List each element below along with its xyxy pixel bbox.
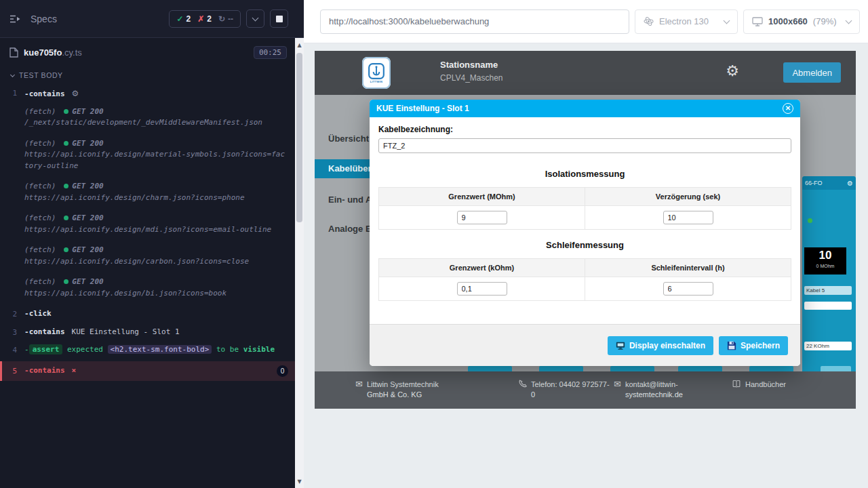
specs-label[interactable]: Specs xyxy=(31,14,57,24)
viewport-zoom: (79%) xyxy=(813,16,837,26)
scroll-up-arrow[interactable]: ▲ xyxy=(295,41,304,50)
column-header: Schleifenintervall (h) xyxy=(585,259,791,277)
command-message: KUE Einstellung - Slot 1 xyxy=(72,327,180,336)
fetch-row[interactable]: (fetch)GET 200 https://api.iconify.desig… xyxy=(0,180,295,205)
column-header: Grenzwert (MOhm) xyxy=(379,188,585,206)
collapse-button[interactable] xyxy=(246,9,264,28)
url-input[interactable] xyxy=(320,9,629,34)
card-input[interactable] xyxy=(804,302,852,310)
measurement-display: 10 0 MOhm xyxy=(804,247,846,274)
nav-item-analoge-eingaenge[interactable]: Analoge Ei xyxy=(328,224,374,234)
schleifen-table: Grenzwert (kOhm) Schleifenintervall (h) xyxy=(378,258,791,301)
browser-selector[interactable]: Electron 130 xyxy=(635,9,738,34)
fetch-row[interactable]: (fetch)GET 200 https://api.iconify.desig… xyxy=(0,243,295,268)
footer-manuals[interactable]: Handbücher xyxy=(732,380,786,390)
envelope-icon: ✉ xyxy=(614,380,621,388)
stop-button[interactable] xyxy=(270,9,288,28)
fetch-label: (fetch) xyxy=(24,277,56,286)
chevron-down-icon xyxy=(252,14,259,21)
fetch-row[interactable]: (fetch)GET 200 https://api.iconify.desig… xyxy=(0,137,295,174)
cable-name-input[interactable] xyxy=(378,138,791,153)
http-status: GET 200 xyxy=(72,139,103,148)
test-body-toggle[interactable]: TEST BODY xyxy=(0,66,295,86)
phone-icon xyxy=(518,380,527,388)
app-header: LITTWIN Stationsname CPLV4_Maschen ⚙ Abm… xyxy=(315,51,856,95)
schleifen-section-title: Schleifenmessung xyxy=(378,240,791,250)
logout-button[interactable]: Abmelden xyxy=(783,62,841,83)
display-on-button[interactable]: Display einschalten xyxy=(608,336,713,355)
specs-menu-icon[interactable] xyxy=(9,14,21,24)
card-button-fragment xyxy=(539,366,583,371)
gear-icon[interactable]: ⚙ xyxy=(847,180,853,187)
scroll-down-arrow[interactable]: ▼ xyxy=(295,477,304,487)
http-status: GET 200 xyxy=(72,182,103,190)
fetch-row[interactable]: (fetch)GET 200 /_next/static/development… xyxy=(0,105,295,130)
stat-failed: ✗2 xyxy=(197,14,212,24)
status-dot xyxy=(64,216,68,220)
book-icon xyxy=(732,380,741,388)
status-dot xyxy=(64,247,68,252)
modal-body: Kabelbezeichnung: Isolationsmessung Gren… xyxy=(370,125,800,301)
footer-email: ✉ kontakt@littwin-systemtechnik.de xyxy=(614,380,700,401)
card-button-fragment xyxy=(749,366,793,371)
close-icon[interactable]: ✕ xyxy=(783,103,793,114)
check-icon: ✓ xyxy=(176,14,183,24)
reporter-scrollbar[interactable]: ▲ ▼ xyxy=(295,0,304,488)
reporter-header: Specs ✓2 ✗2 ↻-- xyxy=(0,0,295,38)
isolation-section-title: Isolationsmessung xyxy=(378,169,791,179)
viewport-size: 1000x660 xyxy=(768,16,808,26)
card-value: 22 KOhm xyxy=(804,342,852,350)
command-number: 2 xyxy=(0,308,24,321)
modal-header: KUE Einstellung - Slot 1 ✕ xyxy=(370,100,800,117)
command-row[interactable]: 2 -click xyxy=(0,307,295,322)
command-number: 5 xyxy=(2,365,24,378)
card-button-fragment xyxy=(678,366,722,371)
refresh-icon: ↻ xyxy=(218,14,225,24)
station-info: Stationsname CPLV4_Maschen xyxy=(440,60,503,83)
verzoegerung-input[interactable] xyxy=(663,211,713,224)
kue-card-fragment: 66-FO⚙ 10 0 MOhm Kabel 5 22 KOhm xyxy=(802,176,856,371)
command-row[interactable]: 3 -containsKUE Einstellung - Slot 1 xyxy=(0,325,295,340)
test-body-label: TEST BODY xyxy=(19,71,63,79)
viewport-selector[interactable]: 1000x660 (79%) xyxy=(743,9,860,34)
nav-item-uebersicht[interactable]: Übersicht xyxy=(328,134,369,144)
app-under-test: LITTWIN Stationsname CPLV4_Maschen ⚙ Abm… xyxy=(315,51,856,409)
spec-row[interactable]: kue705fo.cy.ts 00:25 xyxy=(0,38,295,66)
app-footer: ✉ Littwin Systemtechnik GmbH & Co. KG Te… xyxy=(315,371,856,409)
command-row[interactable]: 1 -contains⚙ xyxy=(0,86,295,102)
status-dot xyxy=(64,141,68,146)
browser-name: Electron 130 xyxy=(659,16,709,26)
status-led xyxy=(808,218,812,223)
http-status: GET 200 xyxy=(72,277,103,286)
fetch-row[interactable]: (fetch)GET 200 https://api.iconify.desig… xyxy=(0,275,295,300)
browser-bar: Electron 130 1000x660 (79%) xyxy=(304,0,868,43)
spec-duration: 00:25 xyxy=(254,46,287,59)
display-icon xyxy=(616,341,625,350)
test-stats: ✓2 ✗2 ↻-- xyxy=(169,10,241,28)
fetch-url: https://api.iconify.design/material-symb… xyxy=(24,149,288,171)
modal-title: KUE Einstellung - Slot 1 xyxy=(376,104,469,113)
chevron-down-icon xyxy=(724,17,730,24)
card-button-fragment xyxy=(821,366,851,371)
command-row-assert[interactable]: 4 -assert expected <h2.text-sm.font-bold… xyxy=(0,343,295,358)
fetch-row[interactable]: (fetch)GET 200 https://api.iconify.desig… xyxy=(0,211,295,237)
grenzwert-mohm-input[interactable] xyxy=(457,211,507,224)
viewport-icon xyxy=(752,17,763,26)
fetch-url: https://api.iconify.design/mdi.json?icon… xyxy=(24,224,288,236)
gear-icon: ⚙ xyxy=(72,89,79,98)
command-number: 3 xyxy=(0,327,24,339)
cable-name-label: Kabelbezeichnung: xyxy=(378,125,791,134)
settings-gear-icon[interactable]: ⚙ xyxy=(726,62,739,79)
status-dot xyxy=(64,279,68,284)
isolation-table: Grenzwert (MOhm) Verzögerung (sek) xyxy=(378,187,791,230)
scrollbar-thumb[interactable] xyxy=(296,53,302,222)
card-button-fragment xyxy=(468,366,512,371)
envelope-icon: ✉ xyxy=(355,380,363,388)
modal-footer: Display einschalten Speichern xyxy=(370,324,800,366)
schleifenintervall-input[interactable] xyxy=(663,282,713,296)
grenzwert-kohm-input[interactable] xyxy=(457,282,507,296)
cypress-reporter: Specs ✓2 ✗2 ↻-- kue705fo.cy.ts 00:25 TES… xyxy=(0,0,295,488)
command-row-failed[interactable]: 5 -contains× 0 xyxy=(0,361,295,382)
save-button[interactable]: Speichern xyxy=(719,336,788,355)
fetch-url: https://api.iconify.design/charm.json?ic… xyxy=(24,192,288,204)
